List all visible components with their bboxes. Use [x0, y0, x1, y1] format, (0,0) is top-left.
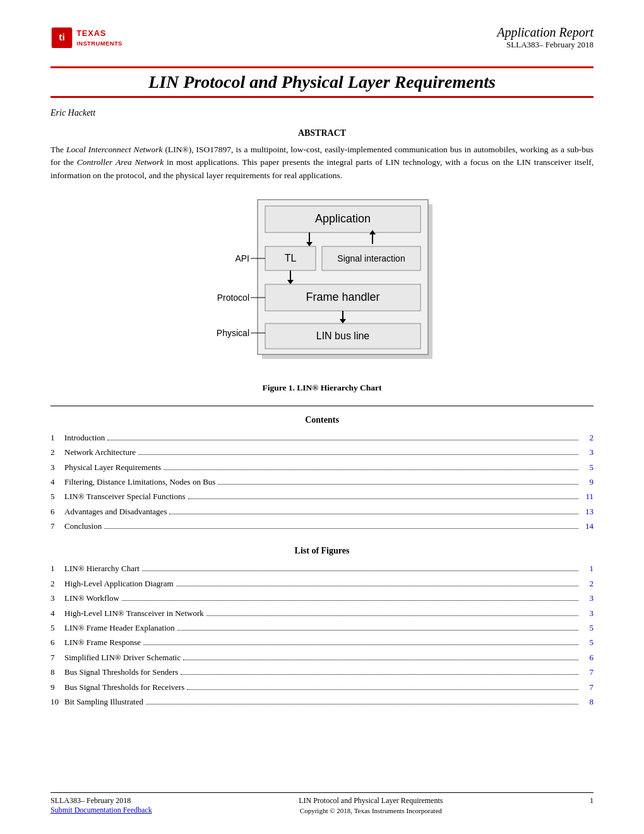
toc-item: 3Physical Layer Requirements5	[51, 460, 593, 474]
footer-doc-id: SLLA383– February 2018	[51, 796, 152, 806]
toc-dots	[164, 469, 578, 470]
toc-page: 13	[581, 504, 593, 519]
footer-left: SLLA383– February 2018 Submit Documentat…	[51, 796, 152, 815]
lof-item: 6LIN® Frame Response5	[51, 635, 593, 650]
app-report-title: Application Report	[497, 25, 593, 40]
lof-item: 2High-Level Application Diagram2	[51, 576, 593, 591]
lof-item: 10Bit Sampling Illustrated8	[51, 694, 593, 709]
toc-section: Contents 1Introduction22Network Architec…	[51, 415, 593, 534]
lof-page: 1	[581, 561, 593, 576]
toc-num: 1	[51, 430, 64, 445]
svg-text:Protocol: Protocol	[217, 293, 249, 303]
lof-num: 7	[51, 650, 64, 665]
toc-label: Conclusion	[64, 519, 102, 533]
lof-dots	[206, 615, 578, 616]
lof-item: 7Simplified LIN® Driver Schematic6	[51, 650, 593, 665]
toc-page: 14	[581, 519, 593, 533]
toc-num: 5	[51, 489, 64, 504]
toc-label: Filtering, Distance Limitations, Nodes o…	[64, 474, 215, 489]
toc-title: Contents	[51, 415, 593, 425]
lof-dots	[122, 600, 578, 601]
lof-page: 3	[581, 591, 593, 605]
toc-page: 11	[581, 489, 593, 504]
lof-label: LIN® Hierarchy Chart	[64, 561, 140, 576]
toc-page: 9	[581, 474, 593, 489]
toc-page: 2	[581, 430, 593, 445]
toc-item: 5LIN® Transceiver Special Functions11	[51, 489, 593, 504]
divider	[51, 406, 593, 406]
svg-text:LIN bus line: LIN bus line	[316, 330, 370, 341]
toc-dots	[218, 484, 578, 485]
lof-item: 8Bus Signal Thresholds for Senders7	[51, 665, 593, 679]
lof-items: 1LIN® Hierarchy Chart12High-Level Applic…	[51, 561, 593, 709]
toc-dots	[138, 454, 578, 455]
lof-section: List of Figures 1LIN® Hierarchy Chart12H…	[51, 546, 593, 709]
lof-num: 8	[51, 665, 64, 679]
lof-dots	[143, 644, 578, 645]
diagram-wrapper: Application TL Signal interaction	[189, 195, 455, 378]
toc-dots	[104, 528, 578, 529]
lof-dots	[142, 571, 578, 571]
lof-num: 3	[51, 591, 64, 605]
toc-label: Introduction	[64, 430, 105, 445]
lof-page: 7	[581, 665, 593, 679]
lof-num: 4	[51, 606, 64, 620]
hierarchy-diagram: Application TL Signal interaction	[189, 195, 455, 378]
svg-text:TEXAS: TEXAS	[76, 28, 106, 38]
lof-page: 6	[581, 650, 593, 665]
lof-label: Simplified LIN® Driver Schematic	[64, 650, 181, 665]
footer-page-num: 1	[590, 796, 593, 806]
svg-text:Frame handler: Frame handler	[306, 291, 379, 303]
lof-label: LIN® Workflow	[64, 591, 119, 605]
toc-dots	[188, 499, 579, 499]
lof-dots	[181, 674, 578, 675]
toc-num: 3	[51, 460, 64, 474]
toc-item: 4Filtering, Distance Limitations, Nodes …	[51, 474, 593, 489]
toc-dots	[169, 514, 578, 514]
lof-page: 2	[581, 576, 593, 591]
diagram-container: Application TL Signal interaction	[51, 195, 593, 378]
lof-title: List of Figures	[51, 546, 593, 556]
lof-item: 3LIN® Workflow3	[51, 591, 593, 605]
footer-center-title: LIN Protocol and Physical Layer Requirem…	[299, 796, 443, 806]
svg-text:Application: Application	[315, 212, 371, 225]
lof-label: High-Level Application Diagram	[64, 576, 174, 591]
footer-copyright: Copyright © 2018, Texas Instruments Inco…	[299, 807, 443, 814]
toc-item: 6Advantages and Disadvantages13	[51, 504, 593, 519]
lof-item: 1LIN® Hierarchy Chart1	[51, 561, 593, 576]
logo-area: ti TEXAS INSTRUMENTS	[51, 25, 126, 60]
toc-label: Network Architecture	[64, 445, 136, 459]
figure-caption: Figure 1. LIN® Hierarchy Chart	[51, 383, 593, 393]
toc-item: 2Network Architecture3	[51, 445, 593, 459]
lof-label: LIN® Frame Response	[64, 635, 141, 650]
svg-text:TL: TL	[285, 253, 297, 263]
lof-item: 5LIN® Frame Header Explanation5	[51, 620, 593, 635]
lof-num: 10	[51, 694, 64, 709]
lof-num: 9	[51, 680, 64, 694]
svg-text:ti: ti	[59, 32, 64, 42]
toc-num: 6	[51, 504, 64, 519]
figure-caption-text: Figure 1. LIN® Hierarchy Chart	[262, 383, 381, 392]
toc-page: 3	[581, 445, 593, 459]
toc-items: 1Introduction22Network Architecture33Phy…	[51, 430, 593, 534]
lof-dots	[146, 704, 578, 704]
lof-label: Bit Sampling Illustrated	[64, 694, 143, 709]
lof-num: 2	[51, 576, 64, 591]
lof-dots	[187, 689, 578, 690]
lof-label: Bus Signal Thresholds for Receivers	[64, 680, 184, 694]
header: ti TEXAS INSTRUMENTS Application Report …	[51, 25, 593, 60]
toc-num: 4	[51, 474, 64, 489]
toc-label: LIN® Transceiver Special Functions	[64, 489, 186, 504]
lof-page: 3	[581, 606, 593, 620]
toc-label: Physical Layer Requirements	[64, 460, 161, 474]
lof-page: 7	[581, 680, 593, 694]
lof-dots	[177, 630, 578, 631]
toc-dots	[107, 440, 578, 440]
abstract-title: ABSTRACT	[51, 128, 593, 138]
lof-dots	[183, 660, 578, 660]
abstract-text: The Local Interconnect Network (LIN®), I…	[51, 143, 593, 182]
author: Eric Hackett	[51, 108, 593, 118]
app-report-area: Application Report SLLA383– February 201…	[497, 25, 593, 50]
feedback-link[interactable]: Submit Documentation Feedback	[51, 806, 152, 815]
svg-text:API: API	[235, 253, 249, 263]
